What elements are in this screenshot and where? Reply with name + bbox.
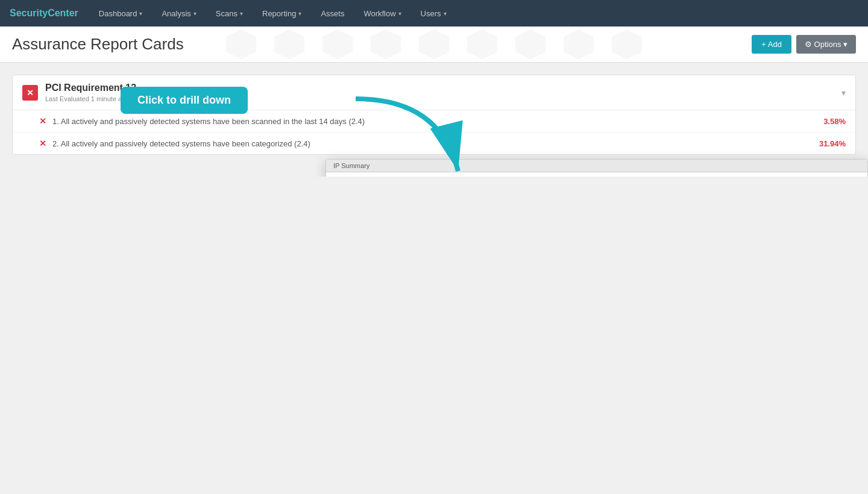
main-content: ✕ PCI Requirement 12 Last Evaluated 1 mi… bbox=[0, 63, 868, 177]
drill-down-tooltip: Click to drill down bbox=[121, 87, 248, 114]
nav-item-analysis[interactable]: Analysis ▾ bbox=[153, 3, 204, 24]
nav-items: Dashboard ▾ Analysis ▾ Scans ▾ Reporting… bbox=[90, 3, 455, 24]
nav-item-workflow[interactable]: Workflow ▾ bbox=[355, 3, 409, 24]
pci-row-x-icon: ✕ bbox=[39, 116, 46, 126]
pci-row-x-icon: ✕ bbox=[39, 139, 46, 148]
nav-item-assets[interactable]: Assets bbox=[312, 3, 353, 24]
pci-row-1-percent: 3.58% bbox=[823, 117, 846, 126]
nav-item-dashboard[interactable]: Dashboard ▾ bbox=[90, 3, 151, 24]
page-header: Assurance Report Cards + Add ⚙ Options ▾ bbox=[0, 27, 868, 63]
header-actions: + Add ⚙ Options ▾ bbox=[752, 35, 856, 54]
ip-panel-header: IP Summary ▾ Mitigated Cumulative bbox=[326, 172, 867, 177]
pci-card-left: ✕ PCI Requirement 12 Last Evaluated 1 mi… bbox=[22, 83, 137, 102]
chevron-down-icon[interactable]: ▾ bbox=[841, 88, 846, 98]
pci-row-2-percent: 31.94% bbox=[819, 139, 846, 148]
chevron-down-icon: ▾ bbox=[193, 10, 197, 17]
nav-item-scans[interactable]: Scans ▾ bbox=[207, 3, 251, 24]
nav-item-reporting[interactable]: Reporting ▾ bbox=[254, 3, 310, 24]
brand-logo[interactable]: SecurityCenter bbox=[10, 8, 78, 19]
chevron-down-icon: ▾ bbox=[444, 10, 447, 17]
chevron-down-icon: ▾ bbox=[398, 10, 401, 17]
pci-close-button[interactable]: ✕ bbox=[22, 85, 38, 101]
pci-row-2-text: 2. All actively and passively detected s… bbox=[52, 139, 310, 148]
brand-security: Security bbox=[10, 8, 48, 18]
ip-summary-panel: IP Summary IP Summary ▾ Mitigated Cumula… bbox=[326, 159, 868, 177]
ip-panel-topbar: IP Summary bbox=[326, 160, 867, 172]
chevron-down-icon: ▾ bbox=[240, 10, 243, 17]
page-title: Assurance Report Cards bbox=[12, 35, 184, 54]
options-button[interactable]: ⚙ Options ▾ bbox=[796, 35, 856, 54]
chevron-down-icon: ▾ bbox=[139, 10, 142, 17]
pci-row-1-text: 1. All actively and passively detected s… bbox=[52, 117, 365, 126]
add-button[interactable]: + Add bbox=[752, 35, 791, 54]
nav-item-users[interactable]: Users ▾ bbox=[412, 3, 455, 24]
top-navigation: SecurityCenter Dashboard ▾ Analysis ▾ Sc… bbox=[0, 0, 868, 27]
pci-row-2[interactable]: ✕ 2. All actively and passively detected… bbox=[13, 133, 855, 154]
brand-center: Center bbox=[48, 8, 78, 18]
chevron-down-icon: ▾ bbox=[298, 10, 301, 17]
